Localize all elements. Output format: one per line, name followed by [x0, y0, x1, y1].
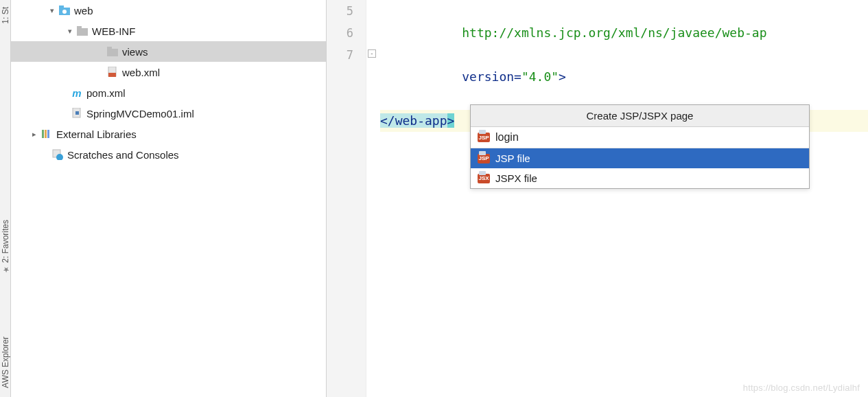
tree-item-pomxml[interactable]: m pom.xml [11, 82, 326, 103]
tree-item-label: views [122, 46, 148, 58]
web-folder-icon [58, 5, 71, 15]
code-punc: > [447, 113, 455, 128]
svg-rect-13 [47, 130, 49, 138]
code-text: http://xmlns.jcp.org/xml/ns/javaee/web-a… [462, 25, 766, 40]
popup-option-label: JSPX file [495, 172, 537, 184]
jsp-icon: JSP [478, 154, 490, 163]
tree-item-external-libraries[interactable]: ▸ External Libraries [11, 124, 326, 144]
filename-input[interactable] [495, 131, 633, 144]
folder-icon [106, 47, 119, 56]
tree-item-label: WEB-INF [92, 25, 135, 37]
popup-option-jsp[interactable]: JSP JSP file [471, 148, 809, 168]
line-number: 7 [327, 44, 353, 66]
left-tab-favorites-label: 2: Favorites [1, 220, 10, 263]
tree-item-webxml[interactable]: web.xml [11, 62, 326, 82]
tree-item-label: web.xml [122, 67, 160, 78]
code-punc: > [559, 69, 566, 84]
left-tool-strip: 1: St ★ 2: Favorites AWS Explorer [0, 0, 11, 397]
tree-item-iml[interactable]: SpringMVCDemo01.iml [11, 103, 326, 124]
svg-rect-1 [59, 5, 64, 8]
fold-marker-icon[interactable]: - [368, 49, 376, 58]
iml-file-icon [70, 108, 84, 119]
popup-option-label: JSP file [495, 152, 530, 164]
code-tag: web-app [395, 113, 447, 128]
tree-item-label: Scratches and Consoles [67, 149, 179, 161]
popup-option-jspx[interactable]: JSX JSPX file [471, 168, 809, 188]
editor-gutter: 5 6 7 [327, 0, 366, 397]
tree-item-label: External Libraries [56, 128, 137, 140]
project-tree-panel: ▾ web ▾ WEB-INF views [11, 0, 327, 397]
watermark-text: https://blog.csdn.net/Lydialhf [743, 383, 860, 393]
tree-item-label: web [74, 5, 93, 16]
tree-item-scratches[interactable]: Scratches and Consoles [11, 144, 326, 165]
jsp-icon: JSP [478, 133, 490, 142]
code-value: "4.0" [521, 69, 559, 84]
xml-file-icon [106, 67, 119, 78]
chevron-down-icon[interactable]: ▾ [47, 6, 58, 15]
left-tab-aws-explorer[interactable]: AWS Explorer [1, 337, 10, 388]
svg-rect-5 [107, 49, 118, 56]
chevron-down-icon[interactable]: ▾ [64, 27, 75, 36]
tree-item-label: pom.xml [86, 87, 126, 99]
fold-strip: - [366, 0, 380, 397]
tree-item-views[interactable]: views [11, 41, 326, 62]
svg-rect-10 [75, 111, 79, 115]
svg-rect-11 [42, 130, 44, 138]
maven-icon: m [70, 87, 84, 99]
tree-item-label: SpringMVCDemo01.iml [86, 108, 194, 120]
editor-panel: 5 6 7 - http://xmlns.jcp.org/xml/ns/java… [327, 0, 868, 397]
left-tab-structure[interactable]: 1: St [1, 7, 10, 24]
tree-item-webinf[interactable]: ▾ WEB-INF [11, 21, 326, 41]
popup-input-row: JSP [471, 127, 809, 148]
library-icon [40, 128, 54, 139]
svg-rect-12 [45, 130, 47, 138]
folder-icon [75, 26, 89, 36]
tree-item-web[interactable]: ▾ web [11, 0, 326, 21]
popup-title: Create JSP/JSPX page [471, 105, 809, 127]
chevron-right-icon[interactable]: ▸ [29, 130, 40, 139]
code-area[interactable]: http://xmlns.jcp.org/xml/ns/javaee/web-a… [380, 0, 868, 397]
line-number: 6 [327, 22, 353, 44]
left-tab-favorites[interactable]: ★ 2: Favorites [1, 220, 10, 274]
line-number: 5 [327, 0, 353, 22]
code-punc: </ [380, 113, 395, 128]
jspx-icon: JSX [478, 174, 490, 183]
code-attr: version= [462, 69, 521, 84]
svg-rect-4 [77, 26, 82, 29]
scratches-icon [51, 149, 64, 160]
svg-rect-8 [108, 73, 116, 77]
svg-point-2 [62, 10, 67, 14]
svg-rect-6 [107, 47, 112, 49]
svg-rect-3 [77, 28, 88, 36]
create-jsp-popup: Create JSP/JSPX page JSP JSP JSP file JS… [470, 104, 810, 189]
